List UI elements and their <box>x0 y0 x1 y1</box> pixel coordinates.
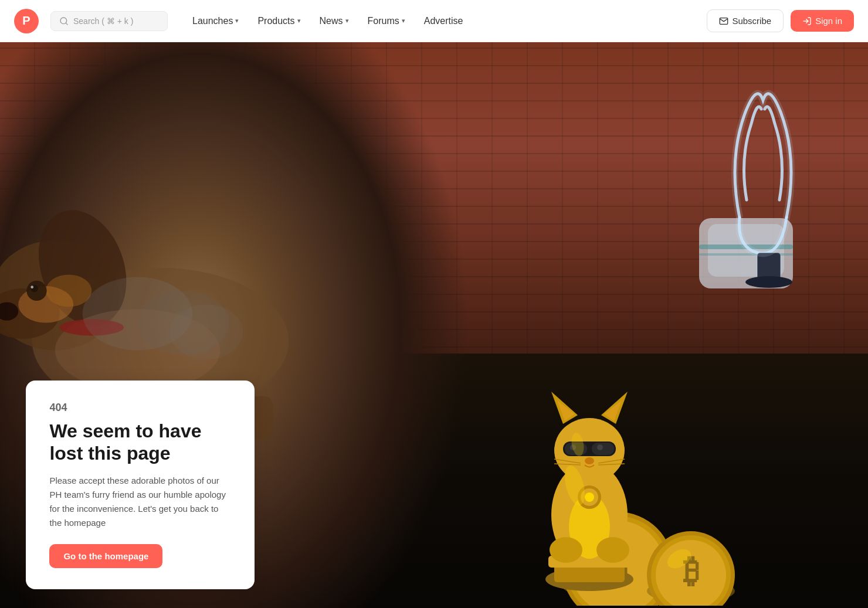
nav-right: Subscribe Sign in <box>707 9 854 32</box>
nav-item-products[interactable]: Products ▾ <box>249 11 308 31</box>
nav-item-news[interactable]: News ▾ <box>311 11 357 31</box>
neon-svg <box>704 53 833 288</box>
error-title: We seem to have lost this page <box>49 420 231 465</box>
homepage-button[interactable]: Go to the homepage <box>49 544 162 568</box>
svg-point-21 <box>169 304 243 359</box>
search-bar[interactable]: Search ( ⌘ + k ) <box>50 11 168 31</box>
chevron-down-icon: ▾ <box>345 17 349 25</box>
search-icon <box>59 16 69 26</box>
svg-point-45 <box>550 537 582 563</box>
svg-point-36 <box>597 444 603 450</box>
svg-point-37 <box>585 457 594 464</box>
chevron-down-icon: ▾ <box>297 17 301 25</box>
cat-svg <box>537 368 642 591</box>
nav-item-advertise[interactable]: Advertise <box>416 11 472 31</box>
signin-button[interactable]: Sign in <box>791 10 854 32</box>
logo[interactable]: P <box>14 9 39 33</box>
svg-point-44 <box>585 492 594 502</box>
chevron-down-icon: ▾ <box>235 17 239 25</box>
neon-decoration <box>704 53 833 290</box>
gold-cat-figurine <box>537 368 642 591</box>
navbar: P Search ( ⌘ + k ) Launches ▾ Products ▾… <box>0 0 868 42</box>
envelope-icon <box>719 16 728 26</box>
error-description: Please accept these adorable photos of o… <box>49 474 231 530</box>
error-code: 404 <box>49 402 231 414</box>
svg-point-46 <box>596 537 629 563</box>
svg-rect-34 <box>592 443 614 455</box>
svg-line-1 <box>66 23 67 25</box>
subscribe-button[interactable]: Subscribe <box>707 9 784 32</box>
search-placeholder: Search ( ⌘ + k ) <box>73 16 133 26</box>
nav-items: Launches ▾ Products ▾ News ▾ Forums ▾ Ad… <box>184 11 702 31</box>
svg-point-9 <box>46 275 91 307</box>
chevron-down-icon: ▾ <box>402 17 405 25</box>
svg-point-17 <box>30 286 33 288</box>
error-card: 404 We seem to have lost this page Pleas… <box>26 381 255 590</box>
signin-icon <box>802 16 812 26</box>
nav-item-forums[interactable]: Forums ▾ <box>360 11 413 31</box>
hero-area: ₿ ₿ <box>0 42 868 608</box>
svg-point-62 <box>745 276 792 288</box>
nav-item-launches[interactable]: Launches ▾ <box>184 11 247 31</box>
